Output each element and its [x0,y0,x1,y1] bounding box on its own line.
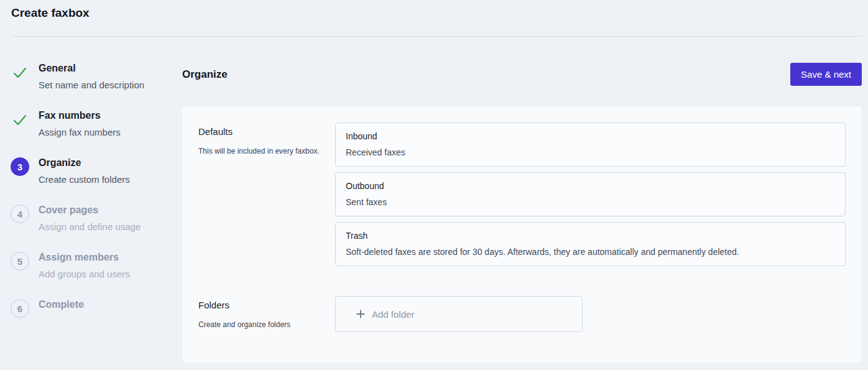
add-folder-button[interactable]: Add folder [335,296,583,332]
step-number-badge: 3 [11,157,29,176]
folders-label: Folders [198,300,335,310]
check-icon [12,110,27,129]
folders-sublabel: Create and organize folders [198,320,335,329]
step-fax-numbers[interactable]: Fax numbers Assign fax numbers [11,109,182,139]
main-content: Organize Save & next Defaults This will … [182,37,862,363]
main-header: Organize Save & next [182,63,862,86]
step-title: Assign members [39,251,130,264]
step-title: General [39,62,144,75]
organize-panel: Defaults This will be included in every … [182,106,862,363]
check-icon [12,63,27,82]
step-description: Set name and description [39,78,144,92]
step-cover-pages[interactable]: 4 Cover pages Assign and define usage [11,203,182,234]
wizard-steps-sidebar: General Set name and description Fax num… [0,37,182,335]
folders-section: Folders Create and organize folders Add … [198,296,846,332]
step-number-badge: 5 [11,252,29,271]
default-card-trash: Trash Soft-deleted faxes are stored for … [335,222,846,266]
step-description: Assign fax numbers [39,126,121,139]
step-description: Add groups and users [39,267,130,281]
default-card-inbound: Inbound Received faxes [335,123,846,167]
step-title: Fax numbers [39,109,121,123]
step-title: Complete [39,298,84,312]
step-number-badge: 4 [11,205,29,223]
step-assign-members[interactable]: 5 Assign members Add groups and users [11,251,182,281]
card-title: Trash [346,231,835,241]
step-number-badge: 6 [11,299,29,318]
card-description: Received faxes [346,147,835,158]
page-header: Create faxbox [0,0,868,36]
step-complete[interactable]: 6 Complete [11,298,182,318]
step-title: Cover pages [39,203,141,217]
defaults-section: Defaults This will be included in every … [198,123,846,266]
add-folder-label: Add folder [372,309,414,320]
step-title: Organize [39,156,130,170]
card-title: Outbound [346,181,835,192]
step-organize[interactable]: 3 Organize Create custom folders [11,156,182,187]
defaults-label: Defaults [198,126,335,137]
step-description: Assign and define usage [39,220,141,234]
card-description: Soft-deleted faxes are stored for 30 day… [346,247,835,257]
page-title: Create faxbox [11,6,862,36]
save-next-button[interactable]: Save & next [790,63,862,86]
card-title: Inbound [346,131,835,142]
section-heading: Organize [182,68,228,81]
content-area: General Set name and description Fax num… [0,37,868,363]
plus-icon [356,309,366,319]
default-card-outbound: Outbound Sent faxes [335,172,846,216]
step-general[interactable]: General Set name and description [11,62,182,92]
card-description: Sent faxes [346,197,835,208]
step-description: Create custom folders [39,173,130,187]
defaults-sublabel: This will be included in every faxbox. [198,147,335,155]
